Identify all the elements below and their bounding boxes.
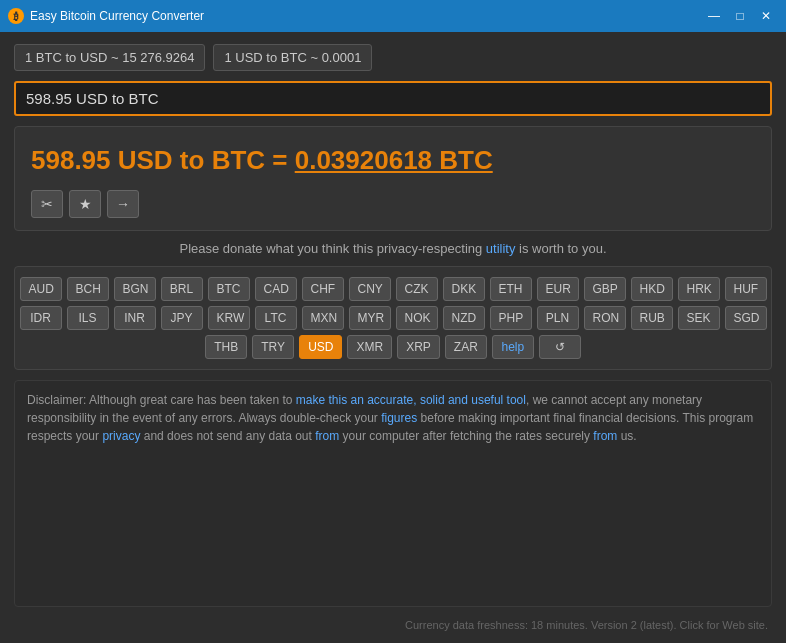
btc-to-usd-rate: 1 BTC to USD ~ 15 276.9264 xyxy=(14,44,205,71)
curr-CAD[interactable]: CAD xyxy=(255,277,297,301)
curr-BTC[interactable]: BTC xyxy=(208,277,250,301)
curr-EUR[interactable]: EUR xyxy=(537,277,579,301)
curr-XMR[interactable]: XMR xyxy=(347,335,392,359)
curr-PLN[interactable]: PLN xyxy=(537,306,579,330)
curr-HKD[interactable]: HKD xyxy=(631,277,673,301)
conversion-input[interactable] xyxy=(14,81,772,116)
swap-button[interactable]: → xyxy=(107,190,139,218)
status-bar: Currency data freshness: 18 minutes. Ver… xyxy=(14,617,772,631)
action-buttons: ✂ ★ → xyxy=(31,190,755,218)
curr-USD[interactable]: USD xyxy=(299,335,342,359)
main-content: 1 BTC to USD ~ 15 276.9264 1 USD to BTC … xyxy=(0,32,786,643)
curr-help[interactable]: help xyxy=(492,335,534,359)
curr-MYR[interactable]: MYR xyxy=(349,306,391,330)
curr-SGD[interactable]: SGD xyxy=(725,306,767,330)
minimize-button[interactable]: — xyxy=(702,6,726,26)
maximize-button[interactable]: □ xyxy=(728,6,752,26)
curr-BGN[interactable]: BGN xyxy=(114,277,156,301)
usd-to-btc-rate: 1 USD to BTC ~ 0.0001 xyxy=(213,44,372,71)
curr-INR[interactable]: INR xyxy=(114,306,156,330)
disclaimer-link-1[interactable]: make this an accurate, solid and useful … xyxy=(296,393,526,407)
curr-TRY[interactable]: TRY xyxy=(252,335,294,359)
curr-AUD[interactable]: AUD xyxy=(20,277,62,301)
app-icon: ₿ xyxy=(8,8,24,24)
curr-BCH[interactable]: BCH xyxy=(67,277,109,301)
currency-grid: AUD BCH BGN BRL BTC CAD CHF CNY CZK DKK … xyxy=(14,266,772,370)
window-controls: — □ ✕ xyxy=(702,6,778,26)
curr-THB[interactable]: THB xyxy=(205,335,247,359)
curr-ILS[interactable]: ILS xyxy=(67,306,109,330)
title-bar: ₿ Easy Bitcoin Currency Converter — □ ✕ xyxy=(0,0,786,32)
disclaimer: Disclaimer: Although great care has been… xyxy=(14,380,772,607)
curr-RON[interactable]: RON xyxy=(584,306,626,330)
result-panel: 598.95 USD to BTC = 0.03920618 BTC ✂ ★ → xyxy=(14,126,772,231)
curr-PHP[interactable]: PHP xyxy=(490,306,532,330)
curr-HRK[interactable]: HRK xyxy=(678,277,720,301)
curr-DKK[interactable]: DKK xyxy=(443,277,485,301)
curr-ETH[interactable]: ETH xyxy=(490,277,532,301)
curr-GBP[interactable]: GBP xyxy=(584,277,626,301)
curr-KRW[interactable]: KRW xyxy=(208,306,250,330)
curr-RUB[interactable]: RUB xyxy=(631,306,673,330)
app-title: Easy Bitcoin Currency Converter xyxy=(30,9,702,23)
curr-CHF[interactable]: CHF xyxy=(302,277,344,301)
currency-row-3: THB TRY USD XMR XRP ZAR help ↺ xyxy=(23,335,763,359)
curr-MXN[interactable]: MXN xyxy=(302,306,344,330)
curr-JPY[interactable]: JPY xyxy=(161,306,203,330)
curr-HUF[interactable]: HUF xyxy=(725,277,767,301)
disclaimer-link-5[interactable]: from xyxy=(593,429,617,443)
donate-text: Please donate what you think this privac… xyxy=(14,241,772,256)
currency-row-1: AUD BCH BGN BRL BTC CAD CHF CNY CZK DKK … xyxy=(23,277,763,301)
favorite-button[interactable]: ★ xyxy=(69,190,101,218)
result-value: 0.03920618 BTC xyxy=(295,145,493,175)
utility-link[interactable]: utility xyxy=(486,241,516,256)
result-left: 598.95 USD to BTC = xyxy=(31,145,295,175)
curr-NOK[interactable]: NOK xyxy=(396,306,438,330)
curr-LTC[interactable]: LTC xyxy=(255,306,297,330)
curr-IDR[interactable]: IDR xyxy=(20,306,62,330)
currency-row-2: IDR ILS INR JPY KRW LTC MXN MYR NOK NZD … xyxy=(23,306,763,330)
curr-CZK[interactable]: CZK xyxy=(396,277,438,301)
curr-CNY[interactable]: CNY xyxy=(349,277,391,301)
close-button[interactable]: ✕ xyxy=(754,6,778,26)
curr-refresh[interactable]: ↺ xyxy=(539,335,581,359)
input-row xyxy=(14,81,772,116)
disclaimer-link-2[interactable]: figures xyxy=(381,411,417,425)
rate-row: 1 BTC to USD ~ 15 276.9264 1 USD to BTC … xyxy=(14,44,772,71)
curr-SEK[interactable]: SEK xyxy=(678,306,720,330)
curr-NZD[interactable]: NZD xyxy=(443,306,485,330)
curr-XRP[interactable]: XRP xyxy=(397,335,440,359)
result-display: 598.95 USD to BTC = 0.03920618 BTC xyxy=(31,145,755,176)
disclaimer-link-3[interactable]: privacy xyxy=(102,429,140,443)
cut-button[interactable]: ✂ xyxy=(31,190,63,218)
curr-BRL[interactable]: BRL xyxy=(161,277,203,301)
disclaimer-link-4[interactable]: from xyxy=(315,429,339,443)
curr-ZAR[interactable]: ZAR xyxy=(445,335,487,359)
